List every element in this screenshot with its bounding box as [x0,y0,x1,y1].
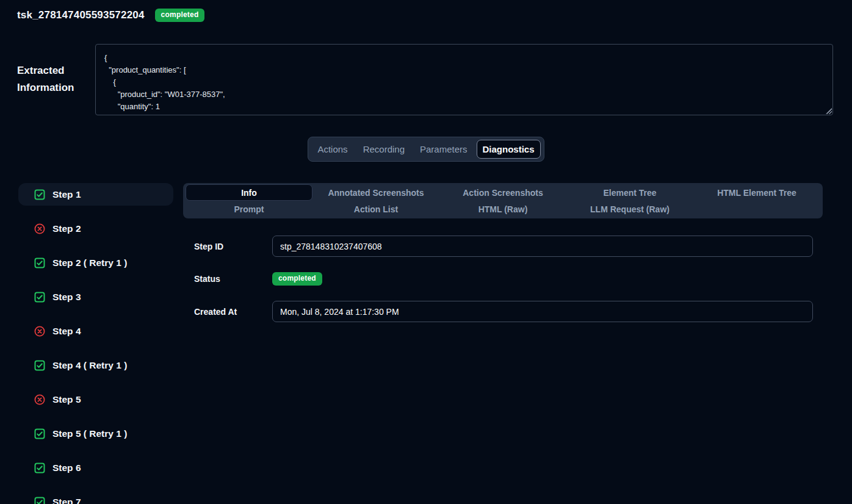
step-item-6[interactable]: Step 6 [18,456,173,479]
status-row: Status completed [194,272,823,286]
status-label: Status [194,274,272,284]
extracted-label-line1: Extracted [17,62,95,79]
step-item-7[interactable]: Step 7 [18,491,173,504]
extracted-information-label: Extracted Information [17,62,95,96]
step-id-input[interactable] [272,236,813,257]
step-label: Step 5 [52,394,81,405]
subtab-action-screenshots[interactable]: Action Screenshots [439,184,566,201]
x-circle-icon [34,223,45,234]
step-label: Step 4 ( Retry 1 ) [52,360,127,371]
x-circle-icon [34,326,45,337]
step-label: Step 4 [52,326,81,337]
step-id-label: Step ID [194,242,272,251]
steps-sidebar: Step 1 Step 2 Step 2 ( Retry 1 ) Step 3 … [18,183,173,504]
task-header: tsk_278147405593572204 completed [0,0,852,22]
step-label: Step 3 [52,292,81,303]
subtab-prompt[interactable]: Prompt [186,201,312,217]
check-square-icon [34,257,45,268]
step-item-5[interactable]: Step 5 [18,388,173,411]
check-square-icon [34,360,45,371]
tab-parameters[interactable]: Parameters [414,140,474,159]
subtab-html-raw[interactable]: HTML (Raw) [439,201,566,217]
step-item-4-retry-1[interactable]: Step 4 ( Retry 1 ) [18,354,173,376]
step-detail-panel: Info Annotated Screenshots Action Screen… [183,183,823,337]
step-item-1[interactable]: Step 1 [18,183,173,206]
subtab-element-tree[interactable]: Element Tree [566,184,693,201]
extracted-information-section: Extracted Information { "product_quantit… [17,44,833,115]
tab-diagnostics[interactable]: Diagnostics [477,140,541,159]
subtab-html-element-tree[interactable]: HTML Element Tree [693,184,820,201]
check-square-icon [34,292,45,303]
step-id-row: Step ID [194,236,823,257]
diagnostics-content: Step 1 Step 2 Step 2 ( Retry 1 ) Step 3 … [18,183,823,504]
task-status-badge: completed [155,9,205,22]
step-label: Step 6 [52,463,81,473]
extracted-json-wrapper: { "product_quantities": [ { "product_id"… [95,44,833,115]
check-square-icon [34,463,45,473]
check-square-icon [34,497,45,504]
step-item-2[interactable]: Step 2 [18,217,173,240]
tab-actions[interactable]: Actions [311,140,353,159]
step-item-4[interactable]: Step 4 [18,320,173,342]
tab-recording[interactable]: Recording [357,140,411,159]
step-label: Step 7 [52,497,81,504]
main-tab-bar: Actions Recording Parameters Diagnostics [308,137,544,162]
step-item-2-retry-1[interactable]: Step 2 ( Retry 1 ) [18,251,173,274]
check-square-icon [34,189,45,200]
subtab-llm-request-raw[interactable]: LLM Request (Raw) [566,201,693,217]
step-label: Step 5 ( Retry 1 ) [52,428,127,439]
step-label: Step 2 ( Retry 1 ) [52,257,127,268]
step-label: Step 1 [52,189,81,200]
step-status-badge: completed [272,272,322,286]
page-title: tsk_278147405593572204 [17,9,145,21]
step-item-3[interactable]: Step 3 [18,286,173,308]
step-item-5-retry-1[interactable]: Step 5 ( Retry 1 ) [18,422,173,445]
subtab-info[interactable]: Info [186,184,312,201]
step-info-fields: Step ID Status completed Created At [183,236,823,322]
x-circle-icon [34,394,45,405]
created-at-label: Created At [194,307,272,317]
extracted-label-line2: Information [17,79,95,96]
subtab-annotated-screenshots[interactable]: Annotated Screenshots [312,184,439,201]
created-at-input[interactable] [272,301,813,322]
step-label: Step 2 [52,223,81,234]
check-square-icon [34,428,45,439]
extracted-json-textarea[interactable]: { "product_quantities": [ { "product_id"… [95,44,833,115]
diagnostics-subtab-bar: Info Annotated Screenshots Action Screen… [183,183,823,218]
subtab-action-list[interactable]: Action List [312,201,439,217]
created-at-row: Created At [194,301,823,322]
